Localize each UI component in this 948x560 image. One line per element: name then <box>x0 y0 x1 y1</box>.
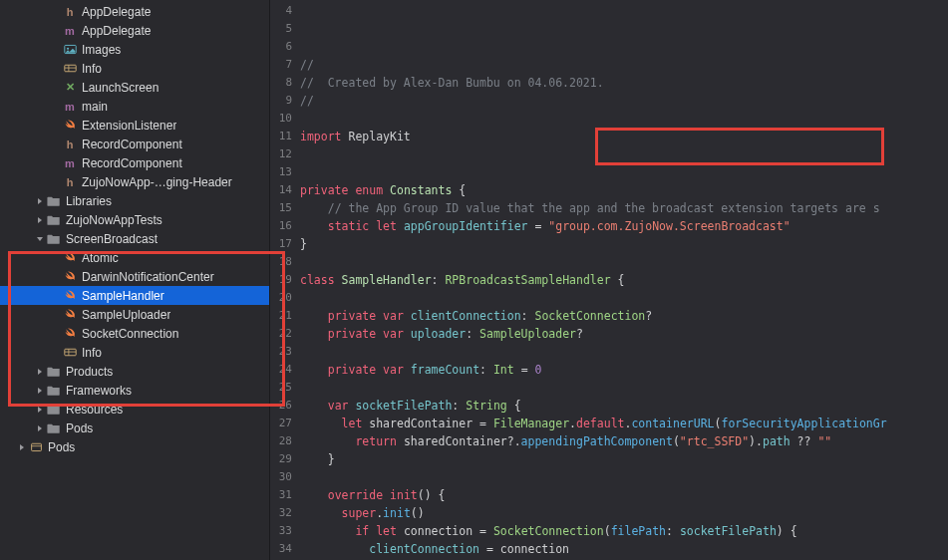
code-line[interactable] <box>300 163 948 181</box>
disclosure-triangle[interactable] <box>34 406 46 414</box>
swift-icon <box>62 250 78 266</box>
code-line[interactable]: private enum Constants { <box>300 181 948 199</box>
code-line[interactable]: // <box>300 56 948 74</box>
img-icon <box>62 42 78 58</box>
tree-item-info[interactable]: Info <box>0 59 269 78</box>
code-line[interactable] <box>300 468 948 486</box>
disclosure-triangle[interactable] <box>34 197 46 205</box>
code-line[interactable] <box>300 145 948 163</box>
disclosure-triangle[interactable] <box>34 424 46 432</box>
code-line[interactable]: var socketFilePath: String { <box>300 397 948 415</box>
code-line[interactable]: let sharedContainer = FileManager.defaul… <box>300 415 948 432</box>
swift-icon <box>62 307 78 323</box>
tree-item-socketconnection[interactable]: SocketConnection <box>0 324 269 343</box>
m-icon: m <box>62 155 78 171</box>
line-number: 32 <box>270 504 292 522</box>
code-line[interactable] <box>300 343 948 361</box>
code-line[interactable]: } <box>300 450 948 468</box>
tree-item-frameworks[interactable]: Frameworks <box>0 381 269 400</box>
line-number: 14 <box>270 181 292 199</box>
h-icon: h <box>62 137 78 152</box>
project-navigator[interactable]: hAppDelegatemAppDelegateImagesInfo✕Launc… <box>0 0 270 560</box>
line-number: 16 <box>270 217 292 235</box>
line-number: 30 <box>270 468 292 486</box>
tree-item-sampleuploader[interactable]: SampleUploader <box>0 305 269 324</box>
tree-item-recordcomponent[interactable]: hRecordComponent <box>0 135 269 153</box>
line-number: 19 <box>270 271 292 289</box>
tree-item-label: RecordComponent <box>82 156 182 170</box>
code-line[interactable]: class SampleHandler: RPBroadcastSampleHa… <box>300 271 948 289</box>
tree-item-zujonowapp-ging-header[interactable]: hZujoNowApp-…ging-Header <box>0 172 269 191</box>
code-line[interactable]: super.init() <box>300 504 948 522</box>
code-line[interactable]: private var clientConnection: SocketConn… <box>300 307 948 325</box>
code-line[interactable] <box>300 110 948 128</box>
tree-item-libraries[interactable]: Libraries <box>0 191 269 210</box>
code-line[interactable]: return sharedContainer?.appendingPathCom… <box>300 432 948 450</box>
tree-item-atomic[interactable]: Atomic <box>0 248 269 267</box>
tree-item-launchscreen[interactable]: ✕LaunchScreen <box>0 78 269 97</box>
tree-item-label: Images <box>82 43 121 57</box>
code-line[interactable]: private var frameCount: Int = 0 <box>300 361 948 379</box>
line-number: 26 <box>270 397 292 415</box>
line-number: 11 <box>270 128 292 145</box>
line-number: 34 <box>270 540 292 558</box>
code-line[interactable]: import ReplayKit <box>300 128 948 145</box>
line-number: 20 <box>270 289 292 307</box>
swift-icon <box>62 326 78 342</box>
tree-item-info[interactable]: Info <box>0 343 269 362</box>
line-number: 28 <box>270 432 292 450</box>
tree-item-main[interactable]: mmain <box>0 97 269 116</box>
code-line[interactable]: // Created by Alex-Dan Bumbu on 04.06.20… <box>300 74 948 92</box>
code-line[interactable]: clientConnection = connection <box>300 540 948 558</box>
tree-item-label: RecordComponent <box>82 138 182 151</box>
folder-icon <box>46 420 62 436</box>
code-line[interactable]: private var uploader: SampleUploader? <box>300 325 948 343</box>
code-line[interactable] <box>300 253 948 271</box>
code-line[interactable]: static let appGroupIdentifier = "group.c… <box>300 217 948 235</box>
tree-item-pods[interactable]: Pods <box>0 437 269 456</box>
folder-icon <box>46 383 62 399</box>
swift-icon <box>62 269 78 285</box>
code-line[interactable]: override init() { <box>300 486 948 504</box>
tree-item-extensionlistener[interactable]: ExtensionListener <box>0 116 269 135</box>
tree-item-samplehandler[interactable]: SampleHandler <box>0 286 269 305</box>
code-area[interactable]: //// Created by Alex-Dan Bumbu on 04.06.… <box>300 0 948 560</box>
code-line[interactable] <box>300 289 948 307</box>
tree-item-screenbroadcast[interactable]: ScreenBroadcast <box>0 229 269 248</box>
tree-item-products[interactable]: Products <box>0 362 269 381</box>
h-icon: h <box>62 4 78 20</box>
code-line[interactable]: // the App Group ID value that the app a… <box>300 199 948 217</box>
tree-item-recordcomponent[interactable]: mRecordComponent <box>0 153 269 172</box>
disclosure-triangle[interactable] <box>34 216 46 224</box>
tree-item-label: ZujoNowApp-…ging-Header <box>82 175 232 189</box>
folder-icon <box>46 231 62 247</box>
tree-item-label: ZujoNowAppTests <box>66 213 162 227</box>
disclosure-triangle[interactable] <box>34 387 46 395</box>
line-number: 33 <box>270 522 292 540</box>
line-gutter: 4567891011121314151617181920212223242526… <box>270 0 300 560</box>
code-line[interactable]: // <box>300 92 948 110</box>
code-line[interactable] <box>300 379 948 397</box>
disclosure-triangle[interactable] <box>34 368 46 376</box>
line-number: 4 <box>270 2 292 20</box>
line-number: 15 <box>270 199 292 217</box>
tree-item-label: DarwinNotificationCenter <box>82 270 214 284</box>
line-number: 31 <box>270 486 292 504</box>
line-number: 7 <box>270 56 292 74</box>
folder-icon <box>46 193 62 209</box>
tree-item-darwinnotificationcenter[interactable]: DarwinNotificationCenter <box>0 267 269 286</box>
tree-item-zujonowapptests[interactable]: ZujoNowAppTests <box>0 210 269 229</box>
tree-item-resources[interactable]: Resources <box>0 400 269 419</box>
tree-item-images[interactable]: Images <box>0 40 269 59</box>
tree-item-appdelegate[interactable]: mAppDelegate <box>0 21 269 40</box>
folder-icon <box>46 364 62 380</box>
code-editor[interactable]: 4567891011121314151617181920212223242526… <box>270 0 948 560</box>
disclosure-triangle[interactable] <box>34 235 46 243</box>
disclosure-triangle[interactable] <box>16 443 28 451</box>
tree-item-appdelegate[interactable]: hAppDelegate <box>0 2 269 21</box>
tree-item-pods[interactable]: Pods <box>0 419 269 437</box>
code-line[interactable]: if let connection = SocketConnection(fil… <box>300 522 948 540</box>
folder-icon <box>46 402 62 418</box>
line-number: 5 <box>270 20 292 38</box>
code-line[interactable]: } <box>300 235 948 253</box>
